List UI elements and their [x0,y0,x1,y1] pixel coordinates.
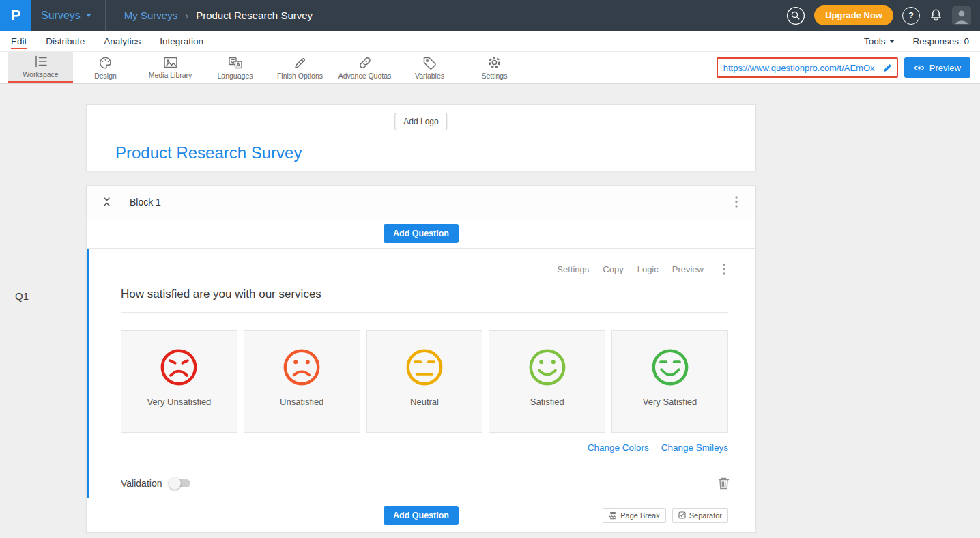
survey-url-box [717,57,898,78]
smiley-label: Satisfied [530,397,564,407]
questionpro-logo[interactable]: P [0,0,31,31]
very-unsatisfied-smiley-icon [159,348,199,387]
question-copy-link[interactable]: Copy [603,264,623,274]
collapse-icon [102,196,112,208]
toolbar-item-languages[interactable]: Languages [203,52,268,83]
pencil-icon [883,63,892,72]
tab-analytics-label: Analytics [104,36,141,46]
question-title-wrap: How satisfied are you with our services [121,287,728,313]
smiley-option-unsatisfied[interactable]: Unsatisfied [244,330,360,433]
smiley-options: Very Unsatisfied Unsatisfied Neutral [121,330,728,433]
toolbar-item-variables[interactable]: Variables [397,52,462,83]
smiley-label: Very Satisfied [643,397,697,407]
tab-integration[interactable]: Integration [160,31,203,51]
topbar-divider [105,0,106,31]
workspace-icon [33,55,48,68]
change-colors-link[interactable]: Change Colors [588,442,649,453]
bell-icon [929,8,943,23]
trash-icon [718,477,730,490]
survey-url-input[interactable] [723,63,883,73]
validation-label: Validation [121,478,162,489]
smiley-option-neutral[interactable]: Neutral [366,330,483,433]
preview-label: Preview [929,63,961,73]
toolbar-item-label: Advance Quotas [338,72,392,80]
advance-quotas-icon [358,56,373,70]
upgrade-now-button[interactable]: Upgrade Now [814,5,893,25]
unsatisfied-smiley-icon [282,348,321,387]
variables-icon [422,56,437,70]
toolbar-item-media-library[interactable]: Media Library [138,52,203,83]
toolbar-item-label: Settings [482,72,508,80]
smiley-option-satisfied[interactable]: Satisfied [489,330,605,433]
toolbar-item-label: Variables [415,72,444,80]
nav-tabs: Edit Distribute Analytics Integration To… [0,31,980,52]
toolbar-item-advance-quotas[interactable]: Advance Quotas [332,52,397,83]
avatar[interactable] [952,6,971,25]
toggle-knob [169,477,181,490]
survey-canvas: Add Logo Product Research Survey Block 1 [86,104,756,533]
finish-options-icon [293,56,307,70]
tab-analytics[interactable]: Analytics [104,31,141,51]
kebab-menu-icon [735,196,738,208]
breadcrumb: My Surveys › Product Research Survey [124,10,313,21]
question-number: Q1 [15,290,29,302]
question-settings-link[interactable]: Settings [557,264,589,274]
survey-workspace: Q1 Add Logo Product Research Survey Bloc… [0,84,980,538]
tab-distribute[interactable]: Distribute [46,31,85,51]
question-card: Settings Copy Logic Preview How satisfie… [87,249,755,498]
chevron-down-icon [889,40,895,43]
question-preview-link[interactable]: Preview [672,264,704,274]
add-question-row-top: Add Question [87,218,755,249]
collapse-block-button[interactable] [102,196,112,208]
edit-url-button[interactable] [883,63,892,72]
block-footer: Add Question Page Break [87,498,755,532]
smiley-customize-links: Change Colors Change Smileys [121,442,728,468]
toolbar-item-settings[interactable]: Settings [462,52,527,83]
smiley-label: Unsatisfied [280,397,323,407]
notifications-button[interactable] [929,8,943,23]
tab-edit[interactable]: Edit [11,31,27,51]
help-button[interactable]: ? [902,7,920,25]
preview-button[interactable]: Preview [904,57,970,78]
responses-count: Responses: 0 [912,36,969,46]
eye-icon [914,64,925,72]
smiley-option-very-unsatisfied[interactable]: Very Unsatisfied [121,330,237,433]
separator-label: Separator [689,511,722,520]
tools-menu[interactable]: Tools [864,36,895,46]
breadcrumb-my-surveys[interactable]: My Surveys [124,10,177,21]
toolbar-item-design[interactable]: Design [73,52,138,83]
validation-toggle[interactable] [170,479,190,487]
block-title[interactable]: Block 1 [130,197,161,208]
change-smileys-link[interactable]: Change Smileys [661,442,728,453]
neutral-smiley-icon [405,348,444,387]
page-break-label: Page Break [620,511,659,520]
add-logo-button[interactable]: Add Logo [394,113,447,130]
settings-icon [487,55,502,70]
delete-question-button[interactable] [718,477,730,490]
page-break-button[interactable]: Page Break [603,508,665,523]
tab-edit-label: Edit [11,36,27,46]
question-title[interactable]: How satisfied are you with our services [121,287,728,301]
survey-title[interactable]: Product Research Survey [115,143,302,162]
toolbar-item-label: Finish Options [277,72,323,80]
breadcrumb-current: Product Research Survey [196,10,313,21]
smiley-option-very-satisfied[interactable]: Very Satisfied [611,330,728,433]
toolbar-item-workspace[interactable]: Workspace [8,52,73,83]
block-menu-button[interactable] [732,193,740,210]
add-question-button-top[interactable]: Add Question [384,224,459,243]
search-button[interactable] [786,6,805,25]
question-menu-button[interactable] [720,261,728,278]
validation-row: Validation [89,468,755,498]
question-logic-link[interactable]: Logic [637,264,659,274]
block-footer-actions: Page Break Separator [603,508,755,523]
page-break-icon [609,511,617,520]
product-switcher[interactable]: Surveys [31,0,105,31]
toolbar-item-finish-options[interactable]: Finish Options [268,52,332,83]
topbar-actions: Upgrade Now ? [786,5,980,25]
block-header: Block 1 [87,186,755,218]
kebab-menu-icon [723,264,725,275]
add-question-button-bottom[interactable]: Add Question [384,506,459,525]
separator-button[interactable]: Separator [672,508,728,523]
design-icon [98,56,113,70]
tab-distribute-label: Distribute [46,36,85,46]
